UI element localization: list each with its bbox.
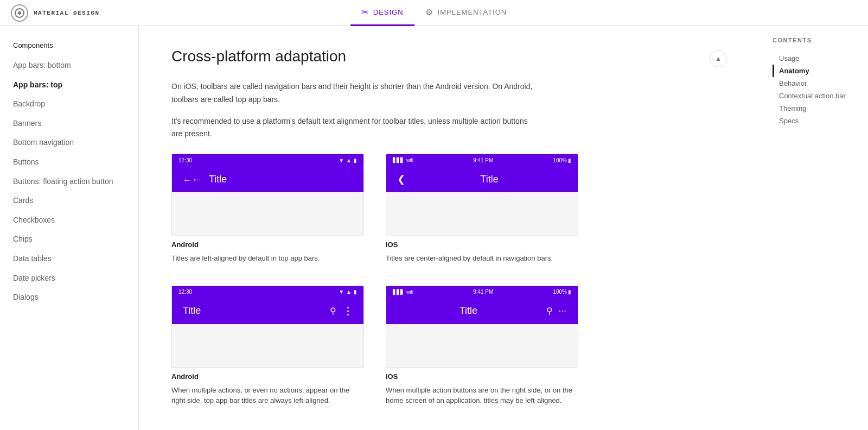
- app-bar-title-ios-1: Title: [412, 174, 567, 185]
- device-label-platform-ios-2: iOS: [386, 372, 578, 381]
- device-body-android-1: [172, 192, 363, 236]
- device-header-android-2: 12:30 ▼ ▲ ▮ Title ⚲ ⋮: [172, 286, 363, 324]
- status-icons-ios-2-left: ▋▋▋ wifi: [393, 289, 413, 295]
- sidebar-item-date-pickers[interactable]: Date pickers: [0, 269, 138, 288]
- more-icon-android-2: ⋮: [343, 305, 353, 317]
- status-time-ios-2: 9:41 PM: [473, 289, 493, 295]
- device-android-2: 12:30 ▼ ▲ ▮ Title ⚲ ⋮: [171, 286, 364, 406]
- body-text-2: It's recommended to use a platform's def…: [171, 115, 540, 141]
- app-bar-android-1: ← Title: [178, 166, 357, 192]
- status-time-ios-1: 9:41 PM: [473, 157, 493, 163]
- signal-icon: ▲: [346, 157, 352, 163]
- device-ios-2: ▋▋▋ wifi 9:41 PM 100% ▮ Title: [386, 286, 578, 406]
- contents-item-specs[interactable]: Specs: [773, 115, 868, 127]
- device-header-ios-1: ▋▋▋ wifi 9:41 PM 100% ▮ ❮ Title: [386, 154, 578, 192]
- device-header-ios-2: ▋▋▋ wifi 9:41 PM 100% ▮ Title: [386, 286, 578, 324]
- device-label-desc-android-1: Titles are left-aligned by default in to…: [171, 253, 364, 264]
- app-bar-actions-ios-2: ⚲ •••: [546, 306, 567, 316]
- sidebar-section-title: Components: [0, 37, 138, 54]
- status-time-android-1: 12:30: [178, 157, 192, 163]
- tab-design[interactable]: ✂ DESIGN: [350, 0, 414, 26]
- page-title-row: Cross-platform adaptation ▲: [171, 48, 727, 67]
- body-text-1: On iOS, toolbars are called navigation b…: [171, 80, 540, 106]
- device-label-desc-ios-2: When multiple action buttons are on the …: [386, 385, 578, 406]
- logo-text: MATERIAL DESIGN: [34, 10, 100, 16]
- device-frame-android-2: 12:30 ▼ ▲ ▮ Title ⚲ ⋮: [171, 286, 364, 368]
- device-label-platform-ios-1: iOS: [386, 241, 578, 249]
- status-icons-ios-1: ▋▋▋ wifi: [393, 157, 413, 163]
- contents-title: CONTENTS: [773, 37, 868, 43]
- sidebar-item-chips[interactable]: Chips: [0, 230, 138, 249]
- battery-percent-ios-1: 100%: [553, 157, 567, 163]
- signal-icon-a2: ▲: [346, 289, 352, 295]
- device-body-android-2: [172, 324, 363, 368]
- sidebar-item-buttons-fab[interactable]: Buttons: floating action button: [0, 172, 138, 192]
- app-bar-ios-1: ❮ Title: [393, 166, 571, 192]
- logo-area: MATERIAL DESIGN: [0, 4, 111, 22]
- tab-implementation[interactable]: ⚙ IMPLEMENTATION: [414, 0, 518, 26]
- app-bar-title-android-2: Title: [183, 305, 323, 317]
- device-header-android-1: 12:30 ▼ ▲ ▮ ← Title: [172, 154, 363, 192]
- back-icon-ios-1: ❮: [397, 173, 405, 185]
- more-icon-ios-2: •••: [559, 308, 567, 313]
- sidebar-item-app-bars-top[interactable]: App bars: top: [0, 75, 138, 95]
- device-body-ios-1: [386, 192, 578, 236]
- device-android-1: 12:30 ▼ ▲ ▮ ← Title: [171, 154, 364, 264]
- wifi-icon-a2: ▼: [339, 289, 344, 295]
- body-layout: Components App bars: bottom App bars: to…: [0, 26, 868, 430]
- design-tab-label: DESIGN: [373, 8, 404, 16]
- wifi-icon: ▼: [339, 157, 344, 163]
- back-icon-android-1: ←: [183, 173, 202, 186]
- battery-area-ios-1: 100% ▮: [553, 157, 571, 163]
- sidebar-item-cards[interactable]: Cards: [0, 191, 138, 211]
- app-bar-ios-2: Title ⚲ •••: [393, 298, 571, 324]
- wifi-icon-ios-2: wifi: [406, 289, 413, 295]
- status-bar-android-2: 12:30 ▼ ▲ ▮: [178, 286, 357, 298]
- main-content: Cross-platform adaptation ▲ On iOS, tool…: [139, 26, 760, 430]
- contents-item-usage[interactable]: Usage: [773, 52, 868, 65]
- sidebar-item-bottom-navigation[interactable]: Bottom navigation: [0, 133, 138, 153]
- search-icon-ios-2: ⚲: [546, 306, 553, 316]
- app-bar-actions-android-2: ⚲ ⋮: [330, 305, 353, 317]
- app-bar-title-android-1: Title: [209, 174, 353, 185]
- page-title: Cross-platform adaptation: [171, 48, 346, 65]
- device-frame-ios-2: ▋▋▋ wifi 9:41 PM 100% ▮ Title: [386, 286, 578, 368]
- device-grid: 12:30 ▼ ▲ ▮ ← Title: [171, 154, 578, 406]
- nav-tabs: ✂ DESIGN ⚙ IMPLEMENTATION: [350, 0, 518, 26]
- search-icon-android-2: ⚲: [330, 306, 336, 316]
- device-frame-ios-1: ▋▋▋ wifi 9:41 PM 100% ▮ ❮ Title: [386, 154, 578, 236]
- chevron-up-icon: ▲: [715, 55, 722, 62]
- status-bar-ios-2: ▋▋▋ wifi 9:41 PM 100% ▮: [393, 286, 571, 298]
- contents-item-behavior[interactable]: Behavior: [773, 77, 868, 90]
- battery-percent-ios-2: 100%: [553, 289, 567, 295]
- sidebar-item-buttons[interactable]: Buttons: [0, 153, 138, 172]
- sidebar-item-app-bars-bottom[interactable]: App bars: bottom: [0, 56, 138, 75]
- battery-icon-ios-2: ▮: [568, 289, 571, 295]
- sidebar: Components App bars: bottom App bars: to…: [0, 26, 139, 430]
- sidebar-item-checkboxes[interactable]: Checkboxes: [0, 211, 138, 230]
- app-bar-title-ios-2: Title: [397, 305, 540, 317]
- collapse-button[interactable]: ▲: [710, 50, 727, 67]
- status-icons-android-2: ▼ ▲ ▮: [339, 289, 357, 295]
- battery-icon: ▮: [354, 157, 357, 163]
- device-ios-1: ▋▋▋ wifi 9:41 PM 100% ▮ ❮ Title: [386, 154, 578, 264]
- right-sidebar-contents: CONTENTS Usage Anatomy Behavior Contextu…: [760, 26, 868, 430]
- design-tab-icon: ✂: [361, 7, 369, 17]
- implementation-tab-icon: ⚙: [425, 7, 433, 17]
- device-label-desc-ios-1: Titles are center-aligned by default in …: [386, 253, 578, 264]
- status-time-android-2: 12:30: [178, 289, 192, 295]
- battery-icon-ios-1: ▮: [568, 157, 571, 163]
- battery-icon-a2: ▮: [354, 289, 357, 295]
- sidebar-item-dialogs[interactable]: Dialogs: [0, 288, 138, 307]
- contents-item-contextual[interactable]: Contextual action bar: [773, 90, 868, 102]
- battery-area-ios-2: 100% ▮: [553, 289, 571, 295]
- device-label-platform-android-1: Android: [171, 241, 364, 249]
- wifi-icon-ios-1: wifi: [406, 157, 413, 163]
- signal-icon-ios-2: ▋▋▋: [393, 289, 404, 295]
- contents-item-anatomy[interactable]: Anatomy: [773, 65, 868, 77]
- contents-item-theming[interactable]: Theming: [773, 102, 868, 115]
- device-label-desc-android-2: When multiple actions, or even no action…: [171, 385, 364, 406]
- sidebar-item-banners[interactable]: Banners: [0, 114, 138, 134]
- sidebar-item-data-tables[interactable]: Data tables: [0, 249, 138, 269]
- sidebar-item-backdrop[interactable]: Backdrop: [0, 94, 138, 114]
